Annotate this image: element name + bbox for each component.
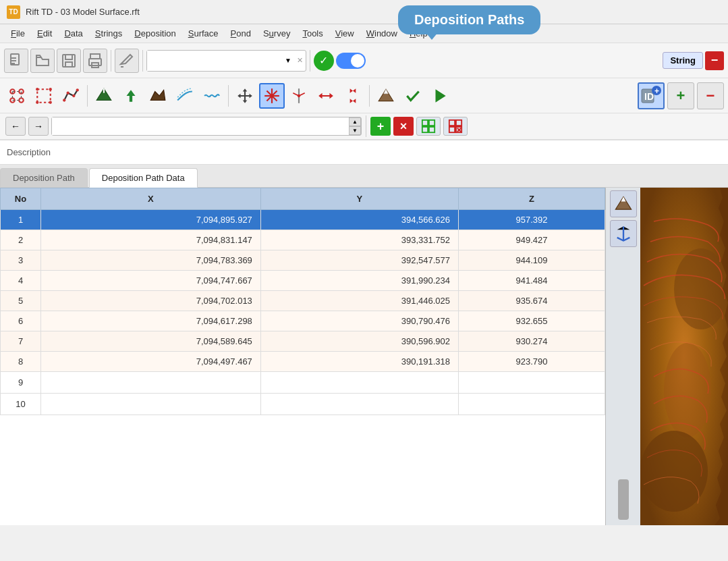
right-panel-buttons: ID + + − (638, 82, 724, 109)
svg-text:+: + (654, 86, 659, 96)
svg-point-17 (67, 91, 69, 94)
svg-point-19 (76, 88, 79, 91)
open-button[interactable] (30, 49, 55, 73)
cell-y: 390,790.476 (260, 311, 458, 331)
svg-rect-41 (449, 127, 455, 132)
menu-data[interactable]: Data (59, 26, 88, 41)
menu-strings[interactable]: Strings (90, 26, 128, 41)
cell-z (459, 372, 605, 394)
cell-z: 923.790 (459, 352, 605, 372)
add-row-button[interactable]: + (370, 117, 391, 136)
tab-deposition-path[interactable]: Deposition Path (0, 168, 88, 187)
select-node-tool[interactable] (4, 83, 30, 109)
elevation-tool[interactable] (91, 83, 117, 109)
grid-add-button[interactable] (416, 117, 441, 136)
menu-edit[interactable]: Edit (32, 26, 57, 41)
tailings-dropdown-input[interactable]: Tailings Deposition (147, 51, 282, 71)
nav-prev-button[interactable]: ← (5, 117, 26, 136)
cell-no: 10 (1, 394, 41, 415)
confirm-button[interactable]: ✓ (314, 51, 334, 71)
toggle-switch[interactable] (336, 53, 366, 69)
menu-file[interactable]: File (5, 26, 30, 41)
cell-y: 393,331.752 (260, 230, 458, 250)
menu-survey[interactable]: Survey (258, 26, 296, 41)
tailings-dropdown[interactable]: Tailings Deposition ▼ ✕ (146, 50, 306, 72)
id-plus-button[interactable]: ID + (638, 82, 665, 109)
table-row[interactable]: 17,094,895.927394,566.626957.392 (1, 210, 605, 230)
split-tool[interactable] (286, 83, 312, 109)
menu-surface[interactable]: Surface (183, 26, 224, 41)
menu-view[interactable]: View (330, 26, 360, 41)
cross-all-tool[interactable] (259, 83, 285, 109)
table-row[interactable]: 57,094,702.013391,446.025935.674 (1, 291, 605, 311)
cell-x: 7,094,831.147 (41, 230, 261, 250)
mountain-tool[interactable] (373, 83, 399, 109)
select-box-tool[interactable] (31, 83, 57, 109)
menu-deposition[interactable]: Deposition (129, 26, 181, 41)
nav-toolbar: ← → 1 ▲ ▼ + × (0, 113, 728, 140)
col-header-no[interactable]: No (1, 188, 41, 210)
new-button[interactable] (4, 49, 28, 73)
nav-dropdown[interactable]: 1 ▲ ▼ (51, 117, 362, 136)
nav-spin-up[interactable]: ▲ (349, 117, 361, 126)
cell-z: 941.484 (459, 271, 605, 291)
tabs: Deposition Path Deposition Path Data (0, 165, 728, 188)
polyline-tool[interactable] (58, 83, 84, 109)
profile-tool[interactable] (145, 83, 171, 109)
cell-z: 930.274 (459, 331, 605, 352)
svg-point-10 (19, 98, 24, 103)
col-header-x[interactable]: X (41, 188, 261, 210)
move-tool[interactable] (232, 83, 258, 109)
dropdown-x[interactable]: ✕ (294, 56, 306, 65)
svg-rect-38 (429, 127, 435, 132)
callout-bubble: Deposition Paths (398, 5, 540, 34)
toolbar1: Tailings Deposition ▼ ✕ ✓ String − (0, 43, 728, 78)
table-row[interactable]: 47,094,747.667391,990.234941.484 (1, 271, 605, 291)
print-button[interactable] (83, 49, 107, 73)
table-row[interactable]: 87,094,497.467390,191.318923.790 (1, 352, 605, 372)
table-row[interactable]: 27,094,831.147393,331.752949.427 (1, 230, 605, 250)
svg-marker-22 (150, 90, 165, 100)
table-row[interactable]: 37,094,783.369392,547.577944.109 (1, 250, 605, 271)
minus-button-right[interactable]: − (697, 82, 724, 109)
menu-pond[interactable]: Pond (225, 26, 256, 41)
string-label: String (663, 52, 703, 69)
minus-button[interactable]: − (705, 51, 724, 70)
nav-spinners: ▲ ▼ (349, 117, 361, 135)
save-button[interactable] (57, 49, 81, 73)
cell-x (41, 394, 261, 415)
nav-value-input[interactable]: 1 (52, 117, 349, 135)
table-row[interactable]: 9 (1, 372, 605, 394)
nav-next-button[interactable]: → (28, 117, 49, 136)
table-row[interactable]: 77,094,589.645390,596.902930.274 (1, 331, 605, 352)
arrow-lr-tool[interactable] (313, 83, 339, 109)
svg-point-12 (36, 88, 38, 90)
data-table: No X Y Z 17,094,895.927394,566.626957.39… (0, 188, 605, 415)
delete-row-button[interactable]: × (393, 117, 414, 136)
collapse-button[interactable] (610, 220, 637, 247)
col-header-y[interactable]: Y (260, 188, 458, 210)
cell-z (459, 394, 605, 415)
tick-tool[interactable] (400, 83, 426, 109)
wave-tool[interactable] (199, 83, 225, 109)
menu-window[interactable]: Window (361, 26, 403, 41)
edit-button[interactable] (115, 49, 139, 73)
table-row[interactable]: 67,094,617.298390,790.476932.655 (1, 311, 605, 331)
table-row[interactable]: 10 (1, 394, 605, 415)
cell-no: 8 (1, 352, 41, 372)
plus-button-right[interactable]: + (667, 82, 694, 109)
col-header-z[interactable]: Z (459, 188, 605, 210)
slope-tool[interactable] (172, 83, 198, 109)
inward-tool[interactable] (340, 83, 366, 109)
nav-spin-down[interactable]: ▼ (349, 126, 361, 135)
arrow-up-tool[interactable] (118, 83, 144, 109)
menu-tools[interactable]: Tools (297, 26, 328, 41)
dropdown-arrow[interactable]: ▼ (282, 57, 294, 64)
play-tool[interactable] (427, 83, 453, 109)
tab-deposition-path-data[interactable]: Deposition Path Data (89, 168, 198, 188)
cell-z: 957.392 (459, 210, 605, 230)
grid-delete-button[interactable] (443, 117, 468, 136)
vertical-scrollbar[interactable] (618, 479, 629, 520)
description-bar: Description (0, 140, 728, 165)
mountain-view-button[interactable] (610, 190, 637, 217)
